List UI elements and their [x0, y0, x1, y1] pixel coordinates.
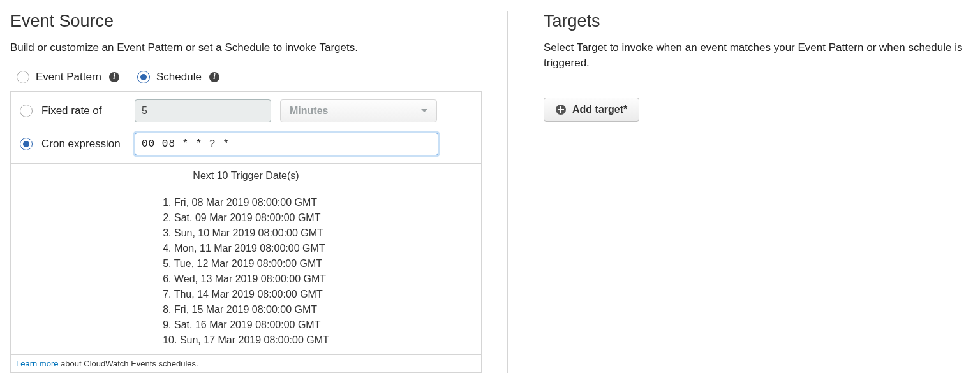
trigger-date-item: 5. Tue, 12 Mar 2019 08:00:00 GMT	[163, 256, 329, 271]
event-source-title: Event Source	[10, 11, 482, 31]
fixed-rate-label: Fixed rate of	[41, 105, 126, 117]
cron-label: Cron expression	[41, 138, 126, 150]
chevron-down-icon	[421, 109, 427, 112]
radio-event-pattern[interactable]: Event Pattern i	[17, 71, 119, 83]
trigger-date-item: 2. Sat, 09 Mar 2019 08:00:00 GMT	[163, 210, 329, 226]
trigger-date-item: 1. Fri, 08 Mar 2019 08:00:00 GMT	[163, 195, 329, 210]
trigger-date-item: 6. Wed, 13 Mar 2019 08:00:00 GMT	[163, 271, 329, 287]
radio-fixed-rate[interactable]	[20, 105, 33, 117]
fixed-rate-unit-select[interactable]: Minutes	[280, 99, 437, 122]
footer-text: about CloudWatch Events schedules.	[58, 359, 198, 368]
event-source-section: Event Source Build or customize an Event…	[10, 11, 508, 373]
add-target-label: Add target*	[572, 104, 627, 115]
cron-row: Cron expression	[11, 130, 481, 163]
radio-cron-expression[interactable]	[20, 138, 33, 150]
fixed-rate-value-input[interactable]	[135, 99, 271, 122]
trigger-date-item: 9. Sat, 16 Mar 2019 08:00:00 GMT	[163, 317, 329, 333]
radio-schedule[interactable]: Schedule i	[137, 71, 219, 83]
info-icon[interactable]: i	[209, 72, 219, 82]
learn-more-link[interactable]: Learn more	[16, 359, 58, 368]
radio-icon	[17, 71, 29, 83]
source-mode-radio-group: Event Pattern i Schedule i	[17, 71, 482, 83]
schedule-footer: Learn more about CloudWatch Events sched…	[11, 354, 481, 372]
info-icon[interactable]: i	[109, 72, 119, 82]
schedule-panel: Fixed rate of Minutes Cron expression Ne…	[10, 91, 482, 373]
targets-section: Targets Select Target to invoke when an …	[508, 11, 970, 373]
fixed-rate-row: Fixed rate of Minutes	[11, 92, 481, 130]
add-target-button[interactable]: Add target*	[544, 98, 639, 122]
select-value: Minutes	[290, 105, 328, 117]
radio-label: Event Pattern	[36, 71, 101, 83]
radio-label: Schedule	[156, 71, 202, 83]
trigger-date-item: 7. Thu, 14 Mar 2019 08:00:00 GMT	[163, 287, 329, 302]
trigger-date-item: 4. Mon, 11 Mar 2019 08:00:00 GMT	[163, 241, 329, 256]
radio-icon	[137, 71, 150, 83]
targets-title: Targets	[544, 11, 970, 31]
next-trigger-dates-header: Next 10 Trigger Date(s)	[11, 163, 481, 187]
trigger-date-item: 10. Sun, 17 Mar 2019 08:00:00 GMT	[163, 333, 329, 348]
cron-expression-input[interactable]	[135, 133, 438, 155]
targets-description: Select Target to invoke when an event ma…	[544, 40, 970, 71]
trigger-dates-list: 1. Fri, 08 Mar 2019 08:00:00 GMT2. Sat, …	[163, 195, 329, 348]
trigger-date-item: 3. Sun, 10 Mar 2019 08:00:00 GMT	[163, 226, 329, 241]
event-source-description: Build or customize an Event Pattern or s…	[10, 40, 482, 55]
trigger-date-item: 8. Fri, 15 Mar 2019 08:00:00 GMT	[163, 302, 329, 317]
plus-circle-icon	[556, 105, 566, 115]
next-trigger-dates-block: 1. Fri, 08 Mar 2019 08:00:00 GMT2. Sat, …	[11, 187, 481, 354]
